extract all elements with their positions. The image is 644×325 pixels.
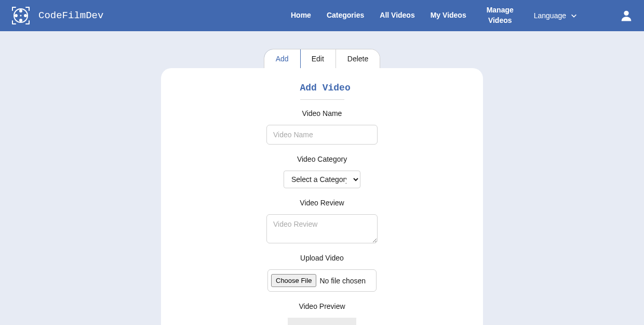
svg-point-6 [624, 11, 628, 16]
upload-video-label: Upload Video [300, 254, 344, 262]
video-category-label: Video Category [297, 155, 347, 163]
user-icon[interactable] [619, 8, 634, 23]
language-label: Language [534, 11, 566, 20]
video-review-label: Video Review [300, 199, 344, 207]
video-name-input[interactable] [266, 125, 378, 145]
file-status-text: No file chosen [319, 277, 366, 285]
navbar: CodeFilmDev Home Categories All Videos M… [0, 0, 644, 31]
video-name-label: Video Name [302, 109, 342, 118]
file-input-wrapper[interactable]: Choose File No file chosen [267, 269, 377, 292]
language-selector[interactable]: Language [534, 11, 578, 20]
video-category-select[interactable]: Select a Category [284, 171, 360, 188]
nav-manage-videos[interactable]: Manage Videos [482, 5, 518, 25]
upload-video-group: Upload Video Choose File No file chosen [267, 254, 377, 292]
nav-all-videos[interactable]: All Videos [380, 10, 414, 21]
add-video-card: Add Video Video Name Video Category Sele… [161, 68, 483, 325]
nav-menu: Home Categories All Videos My Videos Man… [291, 5, 609, 25]
chevron-down-icon [570, 12, 578, 19]
video-preview-box [288, 318, 356, 325]
svg-point-2 [19, 19, 22, 22]
tab-edit[interactable]: Edit [300, 49, 336, 68]
brand-name: CodeFilmDev [38, 10, 103, 21]
brand[interactable]: CodeFilmDev [10, 5, 103, 26]
video-category-group: Video Category Select a Category [284, 155, 360, 188]
svg-point-3 [15, 14, 18, 17]
tab-delete[interactable]: Delete [336, 49, 380, 68]
video-preview-group: Video Preview [288, 302, 356, 325]
nav-home[interactable]: Home [291, 10, 311, 21]
tabs: Add Edit Delete [264, 49, 381, 69]
nav-my-videos[interactable]: My Videos [431, 10, 466, 21]
svg-point-1 [19, 9, 22, 12]
video-review-group: Video Review [266, 199, 378, 243]
main-content: Add Edit Delete Add Video Video Name Vid… [0, 31, 644, 325]
choose-file-button[interactable]: Choose File [271, 274, 316, 287]
video-preview-label: Video Preview [299, 302, 345, 310]
svg-point-4 [24, 14, 27, 17]
nav-categories[interactable]: Categories [327, 10, 364, 21]
video-name-group: Video Name [266, 109, 378, 145]
svg-point-5 [20, 15, 22, 17]
card-title: Add Video [300, 83, 344, 100]
reel-icon [10, 5, 31, 26]
tab-add[interactable]: Add [264, 49, 301, 69]
video-review-input[interactable] [266, 214, 378, 243]
